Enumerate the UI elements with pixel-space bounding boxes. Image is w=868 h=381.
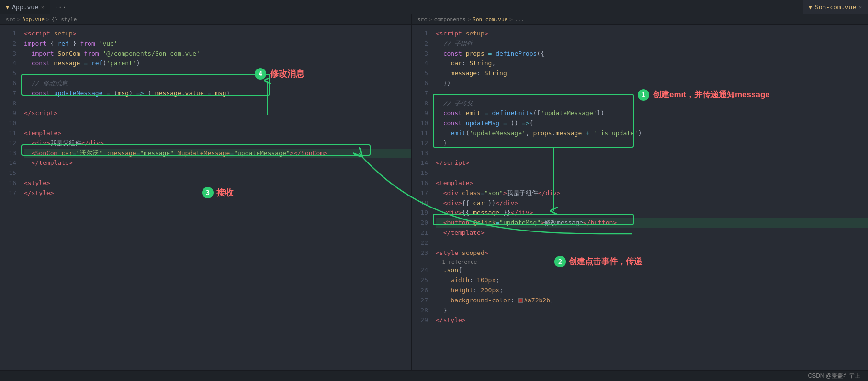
- r-line-14: </script>: [436, 158, 868, 168]
- breadcrumb-app: App.vue: [23, 16, 45, 23]
- rb-sep1: >: [429, 16, 432, 23]
- rb-sep2: >: [468, 16, 471, 23]
- right-line-numbers: 12345 678910 1112131415 1617181920 21222…: [412, 25, 432, 370]
- r-line-16: <template>: [436, 178, 868, 188]
- code-line-4: const message = ref('parent'): [24, 58, 411, 69]
- bc-sep2: >: [46, 16, 50, 23]
- r-line-22: [436, 238, 868, 248]
- r-line-23: <style scoped>: [436, 248, 868, 258]
- rb-sep3: >: [509, 16, 513, 23]
- r-line-18: <div>{{ car }}</div>: [436, 198, 868, 208]
- badge-2: 2: [554, 256, 566, 267]
- left-tab-menu[interactable]: ···: [50, 3, 70, 11]
- r-line-2: // 子组件: [436, 39, 868, 49]
- r-line-5: message: String: [436, 69, 868, 79]
- badge-4: 4: [255, 68, 266, 80]
- code-line-9: </script>: [24, 108, 411, 118]
- left-editor-pane: src > App.vue > {} style 12345 678 91011…: [0, 14, 412, 370]
- code-line-8: [24, 99, 411, 109]
- code-line-7: const updateMessage = (msg) => { message…: [24, 89, 411, 99]
- statusbar-text: CSDN @盖盖彳亍上: [808, 372, 860, 380]
- left-line-numbers: 12345 678 910111213 14151617: [0, 25, 20, 370]
- r-line-26: height: 200px;: [436, 286, 868, 296]
- titlebar: ▼ App.vue ✕ ··· ▼ Son-com.vue ✕: [0, 0, 868, 14]
- code-line-11: <template>: [24, 128, 411, 139]
- r-line-3: const props = defineProps({: [436, 49, 868, 59]
- breadcrumb-style: {} style: [51, 16, 77, 23]
- badge-1: 1: [638, 89, 649, 101]
- r-line-15: [436, 168, 868, 178]
- tab-app-vue[interactable]: ▼ App.vue ✕: [0, 0, 50, 14]
- code-line-15: [24, 168, 411, 178]
- r-line-20: <button @click="updateMsg">修改message</bu…: [436, 218, 868, 228]
- code-line-6: // 修改消息: [24, 79, 411, 89]
- left-code-content[interactable]: <script setup> import { ref } from 'vue'…: [20, 25, 411, 370]
- r-line-6: }): [436, 79, 868, 89]
- right-code-area[interactable]: 12345 678910 1112131415 1617181920 21222…: [412, 25, 868, 370]
- label-emit: 创建emit，并传递通知message: [653, 88, 770, 101]
- code-line-2: import { ref } from 'vue': [24, 39, 411, 49]
- breadcrumb-src: src: [6, 16, 15, 23]
- app-vue-close[interactable]: ✕: [41, 4, 44, 10]
- editors-container: src > App.vue > {} style 12345 678 91011…: [0, 14, 868, 370]
- rb-dots: ...: [515, 16, 524, 23]
- badge-3: 3: [202, 187, 214, 198]
- app-vue-label: App.vue: [12, 3, 38, 11]
- r-line-8: // 子传父: [436, 99, 868, 109]
- r-line-29: </style>: [436, 315, 868, 325]
- son-com-vue-close[interactable]: ✕: [859, 4, 862, 10]
- rb-components: components: [434, 16, 466, 23]
- right-breadcrumb: src > components > Son-com.vue > ...: [412, 14, 868, 25]
- label-click: 创建点击事件，传递: [569, 255, 642, 268]
- statusbar: CSDN @盖盖彳亍上: [0, 370, 868, 381]
- r-line-25: width: 100px;: [436, 276, 868, 286]
- r-line-27: background-color: #a72b2b;: [436, 296, 868, 306]
- code-line-5: [24, 69, 411, 79]
- tab-son-com-vue[interactable]: ▼ Son-com.vue ✕: [803, 0, 868, 14]
- r-ref-hint: 1 reference: [436, 258, 868, 266]
- code-line-10: [24, 118, 411, 128]
- r-line-11: emit('updateMessage', props.message + ' …: [436, 128, 868, 139]
- r-line-12: }: [436, 139, 868, 149]
- left-code-area[interactable]: 12345 678 910111213 14151617 <script set…: [0, 25, 411, 370]
- code-line-3: import SonCom from '@/components/Son-com…: [24, 49, 411, 59]
- left-tab-group: ▼ App.vue ✕: [0, 0, 50, 14]
- right-code-content[interactable]: <script setup> // 子组件 const props = defi…: [432, 25, 868, 370]
- right-tab-group: ▼ Son-com.vue ✕: [803, 0, 868, 14]
- r-line-7: [436, 89, 868, 99]
- label-receive: 接收: [216, 186, 234, 200]
- code-line-12: <div>我是父组件</div>: [24, 139, 411, 149]
- r-line-13: [436, 149, 868, 159]
- r-line-10: const updateMsg = () =>{: [436, 118, 868, 128]
- r-line-19: <div>{{ message }}</div>: [436, 208, 868, 218]
- r-line-4: car: String,: [436, 58, 868, 69]
- r-line-24: .son{: [436, 266, 868, 276]
- r-line-17: <div class="son">我是子组件</div>: [436, 188, 868, 198]
- app-vue-icon: ▼: [6, 4, 9, 11]
- bc-sep1: >: [17, 16, 21, 23]
- label-modify: 修改消息: [270, 67, 304, 81]
- code-line-1: <script setup>: [24, 29, 411, 39]
- code-line-13: <SonCom car="沃尔沃" :message="message" @up…: [24, 149, 411, 159]
- r-line-28: }: [436, 306, 868, 316]
- right-editor-pane: src > components > Son-com.vue > ... 123…: [412, 14, 868, 370]
- son-com-vue-label: Son-com.vue: [815, 3, 856, 11]
- code-line-14: </template>: [24, 158, 411, 168]
- r-line-9: const emit = defineEmits(['updateMessage…: [436, 108, 868, 118]
- r-line-21: </template>: [436, 228, 868, 238]
- rb-file: Son-com.vue: [473, 16, 507, 23]
- r-line-1: <script setup>: [436, 29, 868, 39]
- left-breadcrumb: src > App.vue > {} style: [0, 14, 411, 25]
- rb-src: src: [417, 16, 427, 23]
- son-com-vue-icon: ▼: [809, 4, 812, 11]
